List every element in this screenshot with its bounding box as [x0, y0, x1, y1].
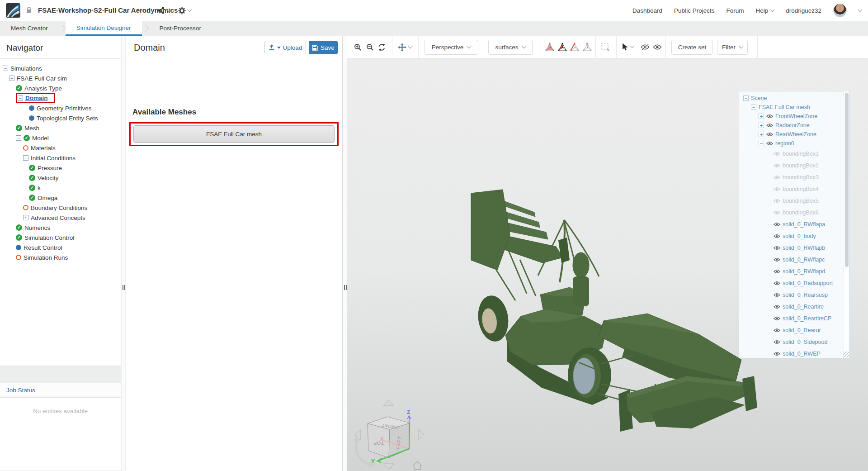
- navigator-item-fsae-full-car-sim[interactable]: −FSAE Full Car sim: [0, 73, 121, 83]
- scene-item-rearwheelzone[interactable]: +RearWheelZone: [739, 130, 849, 139]
- scene-item-radiatorzone[interactable]: +RadiatorZone: [739, 121, 849, 130]
- refresh-view-button[interactable]: [378, 43, 386, 53]
- scene-item-solid-0-rwflapc[interactable]: solid_0_RWflapc: [739, 254, 849, 266]
- navigator-item-result-control[interactable]: Result Control: [0, 243, 121, 252]
- navigator-item-k[interactable]: ✓k: [0, 183, 121, 193]
- nav-public-projects[interactable]: Public Projects: [674, 7, 714, 14]
- collapse-icon[interactable]: −: [751, 105, 756, 110]
- visibility-eye-icon[interactable]: [774, 222, 780, 227]
- scene-item-solid-0-rearsusp[interactable]: solid_0_Rearsusp: [739, 289, 849, 301]
- visibility-eye-icon[interactable]: [774, 246, 780, 250]
- scene-item-solid-0-rearur[interactable]: solid_0_Rearur: [739, 324, 849, 336]
- nav-cube[interactable]: FRONT TOP LEFT X Z Y: [350, 397, 427, 471]
- home-view-icon[interactable]: [413, 461, 422, 470]
- navigator-item-omega[interactable]: ✓Omega: [0, 193, 121, 203]
- scene-scrollbar-thumb[interactable]: [845, 93, 849, 267]
- expand-icon[interactable]: +: [759, 123, 764, 128]
- save-button[interactable]: Save: [309, 41, 338, 54]
- visibility-eye-icon[interactable]: [774, 199, 780, 203]
- scene-item-boundingbox4[interactable]: boundingBox4: [739, 183, 849, 195]
- tab-simulation-designer[interactable]: Simulation Designer: [66, 21, 142, 36]
- upload-button[interactable]: Upload: [264, 41, 306, 54]
- collapse-icon[interactable]: −: [3, 66, 8, 71]
- navigator-item-geometry-primitives[interactable]: Geometry Primitives: [0, 103, 121, 113]
- fsae-car-model[interactable]: [443, 158, 760, 452]
- navigator-item-boundary-conditions[interactable]: Boundary Conditions: [0, 203, 121, 213]
- scene-item-boundingbox6[interactable]: boundingBox6: [739, 207, 849, 219]
- collapse-icon[interactable]: −: [16, 135, 21, 141]
- select-volume-tool[interactable]: [545, 43, 555, 53]
- visibility-eye-icon[interactable]: [774, 304, 780, 309]
- visibility-eye-icon[interactable]: [774, 152, 780, 156]
- cube-arrow-right[interactable]: [418, 429, 424, 440]
- navigator-item-pressure[interactable]: ✓Pressure: [0, 163, 121, 173]
- scene-item-solid-0-body[interactable]: solid_0_body: [739, 230, 849, 242]
- expand-icon[interactable]: +: [759, 132, 764, 137]
- collapse-icon[interactable]: −: [18, 95, 23, 101]
- app-logo-icon[interactable]: [6, 3, 20, 18]
- visibility-eye-icon[interactable]: [766, 132, 773, 137]
- username-label[interactable]: drodriguez32: [786, 7, 821, 14]
- user-avatar[interactable]: [833, 4, 847, 17]
- collapse-icon[interactable]: −: [9, 76, 14, 81]
- visibility-eye-icon[interactable]: [774, 340, 780, 344]
- scene-item-solid-0-sidepood[interactable]: solid_0_Sidepood: [739, 336, 849, 348]
- select-vertex-tool[interactable]: [582, 43, 592, 53]
- visibility-eye-icon[interactable]: [774, 175, 780, 180]
- navigator-item-topological-entity-sets[interactable]: Topological Entity Sets: [0, 113, 121, 123]
- settings-button[interactable]: [178, 7, 191, 14]
- navigator-item-simulation-control[interactable]: ✓Simulation Control: [0, 233, 121, 243]
- navigator-item-model[interactable]: −✓Model: [0, 133, 121, 143]
- visibility-eye-icon[interactable]: [774, 269, 780, 274]
- render-canvas[interactable]: FRONT TOP LEFT X Z Y −Scene−FSAE Full Ca: [347, 58, 868, 471]
- navigator-item-advanced-concepts[interactable]: +Advanced Concepts: [0, 213, 121, 223]
- scene-item-solid-0-radsupport[interactable]: solid_0_Radsupport: [739, 277, 849, 289]
- visibility-eye-icon[interactable]: [774, 163, 780, 168]
- nav-forum[interactable]: Forum: [726, 7, 744, 14]
- navigator-item-analysis-type[interactable]: ✓Analysis Type: [0, 83, 121, 93]
- visibility-eye-icon[interactable]: [766, 141, 773, 146]
- show-all-tool[interactable]: [653, 44, 662, 52]
- navigator-item-mesh[interactable]: ✓Mesh: [0, 123, 121, 133]
- collapse-icon[interactable]: −: [743, 95, 749, 101]
- projection-dropdown[interactable]: Perspective: [424, 40, 478, 55]
- scene-item-boundingbox3[interactable]: boundingBox3: [739, 171, 849, 183]
- visibility-eye-icon[interactable]: [774, 352, 780, 356]
- scene-item-solid-0-reartirecp[interactable]: solid_0_ReartireCP: [739, 313, 849, 324]
- navigator-item-materials[interactable]: Materials: [0, 143, 121, 153]
- filter-dropdown[interactable]: Filter: [717, 40, 748, 55]
- panel-resize-gutter-right[interactable]: [343, 36, 347, 471]
- visibility-eye-icon[interactable]: [774, 210, 780, 215]
- scene-item-solid-0-rwflapd[interactable]: solid_0_RWflapd: [739, 266, 849, 277]
- nav-dashboard[interactable]: Dashboard: [632, 7, 662, 14]
- scene-panel-resize-grip[interactable]: [843, 352, 849, 357]
- visibility-eye-icon[interactable]: [774, 234, 780, 238]
- navigator-item-initial-conditions[interactable]: −Initial Conditions: [0, 153, 121, 163]
- share-button[interactable]: [157, 7, 170, 14]
- scene-item-frontwheelzone[interactable]: +FrontWheelZone: [739, 112, 849, 121]
- navigator-item-simulations[interactable]: −Simulations: [0, 63, 121, 73]
- expand-icon[interactable]: +: [23, 215, 28, 220]
- expand-icon[interactable]: +: [759, 114, 764, 119]
- scene-item-boundingbox1[interactable]: boundingBox1: [739, 148, 849, 160]
- navigator-item-domain[interactable]: −Domain: [0, 93, 121, 103]
- scene-item-region0[interactable]: −region0: [739, 139, 849, 148]
- tab-post-processor[interactable]: Post-Processor: [149, 21, 212, 36]
- scene-item-solid-0-reartire[interactable]: solid_0_Reartire: [739, 301, 849, 313]
- navigator-item-numerics[interactable]: ✓Numerics: [0, 223, 121, 233]
- pointer-select-tool[interactable]: [622, 43, 634, 51]
- visibility-eye-icon[interactable]: [774, 328, 780, 333]
- cube-arrow-up[interactable]: [383, 400, 394, 406]
- visibility-eye-icon[interactable]: [774, 293, 780, 297]
- cube-arrow-down[interactable]: [383, 464, 394, 469]
- visibility-eye-icon[interactable]: [766, 123, 773, 128]
- visibility-eye-icon[interactable]: [774, 316, 780, 321]
- hide-selected-tool[interactable]: [641, 44, 650, 52]
- resize-grip[interactable]: [344, 285, 347, 290]
- visibility-eye-icon[interactable]: [774, 187, 780, 191]
- navigator-item-velocity[interactable]: ✓Velocity: [0, 173, 121, 183]
- select-edge-tool[interactable]: [570, 43, 580, 53]
- scene-item-boundingbox5[interactable]: boundingBox5: [739, 195, 849, 207]
- scene-item-boundingbox2[interactable]: boundingBox2: [739, 160, 849, 171]
- mesh-item-fsae-full-car[interactable]: FSAE Full Car mesh: [133, 125, 335, 143]
